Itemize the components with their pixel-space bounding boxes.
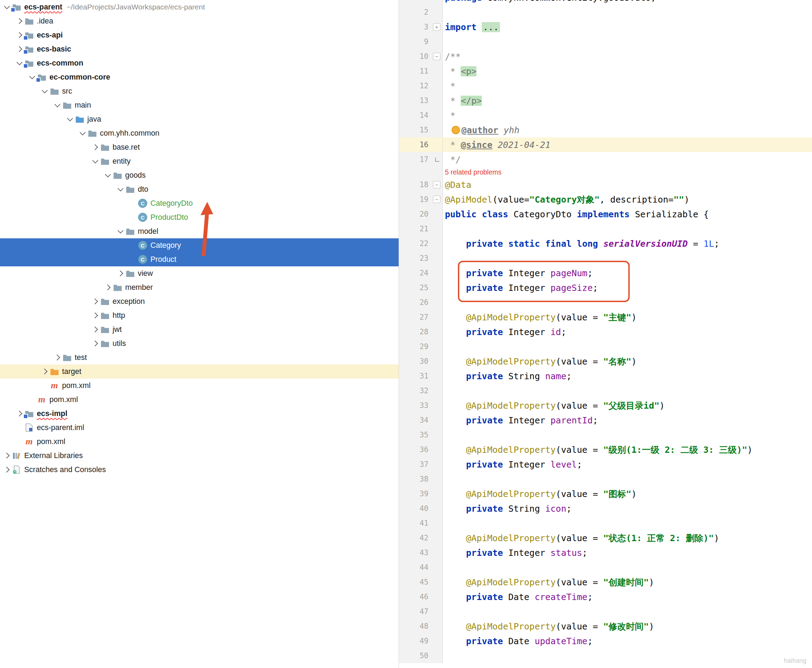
line-number[interactable]: 33 bbox=[420, 401, 428, 410]
line-number[interactable]: 20 bbox=[420, 210, 428, 218]
line-number[interactable]: 24 bbox=[420, 269, 428, 277]
chevron-collapsed-icon[interactable] bbox=[14, 19, 25, 23]
code-content[interactable] bbox=[443, 295, 812, 310]
code-content[interactable]: * bbox=[443, 108, 812, 123]
line-number[interactable]: 29 bbox=[420, 342, 428, 351]
line-number[interactable]: 44 bbox=[420, 563, 428, 572]
code-content[interactable]: @ApiModelProperty(value = "级别(1:一级 2: 二级… bbox=[443, 442, 812, 457]
code-content[interactable] bbox=[443, 251, 812, 266]
editor-gutter[interactable]: 29 bbox=[399, 339, 443, 354]
code-content[interactable]: private Date createTime; bbox=[443, 590, 812, 604]
editor-gutter[interactable]: 16 bbox=[399, 137, 443, 152]
code-content[interactable]: private Integer status; bbox=[443, 545, 812, 560]
tree-item-ecs-api[interactable]: ecs-api bbox=[0, 28, 399, 42]
code-content[interactable]: private Integer parentId; bbox=[443, 413, 812, 428]
chevron-expanded-icon[interactable] bbox=[115, 187, 125, 191]
chevron-collapsed-icon[interactable] bbox=[90, 299, 100, 304]
tree-item-category[interactable]: CCategory bbox=[0, 238, 399, 252]
line-number[interactable]: 11 bbox=[420, 67, 428, 75]
editor-gutter[interactable]: 23 bbox=[399, 251, 443, 266]
editor-gutter[interactable]: 12 bbox=[399, 78, 443, 93]
line-number[interactable]: 36 bbox=[420, 446, 428, 454]
editor-gutter[interactable]: 9 bbox=[399, 34, 443, 49]
line-number[interactable]: 40 bbox=[420, 504, 428, 513]
editor-gutter[interactable]: 33 bbox=[399, 398, 443, 413]
line-number[interactable]: 17 bbox=[420, 155, 428, 164]
fold-minus-icon[interactable]: − bbox=[433, 53, 440, 60]
editor-gutter[interactable]: 3+ bbox=[399, 20, 443, 34]
editor-gutter[interactable]: 28 bbox=[399, 324, 443, 339]
line-number[interactable]: 41 bbox=[420, 519, 428, 528]
intention-bulb-icon[interactable] bbox=[451, 126, 460, 134]
line-number[interactable]: 12 bbox=[420, 82, 428, 90]
editor-gutter[interactable]: 17 bbox=[399, 152, 443, 167]
chevron-expanded-icon[interactable] bbox=[65, 117, 75, 121]
line-number[interactable]: 3 bbox=[424, 23, 428, 31]
code-content[interactable]: private Integer id; bbox=[443, 324, 812, 339]
editor-gutter[interactable] bbox=[399, 167, 443, 177]
editor-gutter[interactable]: 49 bbox=[399, 634, 443, 648]
code-content[interactable] bbox=[443, 472, 812, 486]
tree-item-ecs-basic[interactable]: ecs-basic bbox=[0, 42, 399, 56]
fold-minus-icon[interactable]: − bbox=[433, 181, 440, 189]
line-number[interactable]: 13 bbox=[420, 96, 428, 105]
code-content[interactable] bbox=[443, 383, 812, 398]
tree-item-dto[interactable]: dto bbox=[0, 182, 399, 196]
code-content[interactable]: @ApiModelProperty(value = "状态(1: 正常 2: 删… bbox=[443, 531, 812, 545]
editor-gutter[interactable]: 36 bbox=[399, 442, 443, 457]
chevron-collapsed-icon[interactable] bbox=[52, 356, 62, 359]
tree-item-http[interactable]: http bbox=[0, 309, 399, 322]
code-content[interactable]: private Integer pageNum; bbox=[443, 266, 812, 281]
code-content[interactable]: */ bbox=[443, 152, 812, 167]
tree-item-scratches-and-consoles[interactable]: Scratches and Consoles bbox=[0, 463, 399, 477]
code-content[interactable]: private String icon; bbox=[443, 501, 812, 516]
line-number[interactable]: 2 bbox=[424, 8, 428, 17]
fold-minus-icon[interactable]: − bbox=[433, 196, 440, 203]
line-number[interactable]: 38 bbox=[420, 475, 428, 483]
tree-item-ecs-parent[interactable]: ecs-parent~/IdeaProjects/JavaWorkspace/e… bbox=[0, 0, 399, 14]
line-number[interactable]: 31 bbox=[420, 372, 428, 380]
line-number[interactable]: 23 bbox=[420, 254, 428, 262]
line-number[interactable]: 1 bbox=[424, 0, 428, 2]
editor-gutter[interactable]: 34 bbox=[399, 413, 443, 428]
code-content[interactable]: * </p> bbox=[443, 93, 812, 108]
tree-item-base-ret[interactable]: base.ret bbox=[0, 140, 399, 154]
editor-gutter[interactable]: 21 bbox=[399, 222, 443, 236]
line-number[interactable]: 43 bbox=[420, 548, 428, 557]
tree-item-ecs-parent-iml[interactable]: ecs-parent.iml bbox=[0, 421, 399, 434]
editor-gutter[interactable]: 35 bbox=[399, 428, 443, 442]
code-content[interactable]: private Integer pageSize; bbox=[443, 281, 812, 295]
line-number[interactable]: 16 bbox=[420, 140, 428, 149]
tree-item-goods[interactable]: goods bbox=[0, 168, 399, 182]
tree-item-pom-xml[interactable]: mpom.xml bbox=[0, 392, 399, 407]
code-content[interactable]: private static final long serialVersionU… bbox=[443, 236, 812, 251]
line-number[interactable]: 27 bbox=[420, 313, 428, 321]
chevron-expanded-icon[interactable] bbox=[102, 173, 113, 177]
editor-gutter[interactable]: 19− bbox=[399, 192, 443, 207]
line-number[interactable]: 26 bbox=[420, 298, 428, 307]
tree-item-ec-common-core[interactable]: ec-common-core bbox=[0, 70, 399, 84]
editor-gutter[interactable]: 45 bbox=[399, 575, 443, 590]
code-content[interactable] bbox=[443, 428, 812, 442]
code-content[interactable]: private String name; bbox=[443, 369, 812, 383]
chevron-collapsed-icon[interactable] bbox=[90, 327, 100, 332]
code-content[interactable]: * @since 2021-04-21 bbox=[443, 137, 812, 152]
code-content[interactable] bbox=[443, 648, 812, 663]
tree-item-com-yhh-common[interactable]: com.yhh.common bbox=[0, 126, 399, 140]
line-number[interactable]: 35 bbox=[420, 431, 428, 439]
code-content[interactable]: @ApiModelProperty(value = "主键") bbox=[443, 310, 812, 324]
tree-item-product[interactable]: CProduct bbox=[0, 252, 399, 266]
tree-item-member[interactable]: member bbox=[0, 281, 399, 294]
line-number[interactable]: 48 bbox=[420, 622, 428, 631]
line-number[interactable]: 21 bbox=[420, 225, 428, 233]
code-content[interactable] bbox=[443, 560, 812, 575]
editor-gutter[interactable]: 18− bbox=[399, 177, 443, 192]
editor-gutter[interactable]: 26 bbox=[399, 295, 443, 310]
line-number[interactable]: 37 bbox=[420, 460, 428, 469]
chevron-expanded-icon[interactable] bbox=[39, 89, 50, 93]
chevron-collapsed-icon[interactable] bbox=[90, 145, 100, 149]
tree-item-external-libraries[interactable]: External Libraries bbox=[0, 449, 399, 463]
line-number[interactable]: 22 bbox=[420, 239, 428, 248]
editor-gutter[interactable]: 30 bbox=[399, 354, 443, 369]
line-number[interactable]: 19 bbox=[420, 195, 428, 204]
